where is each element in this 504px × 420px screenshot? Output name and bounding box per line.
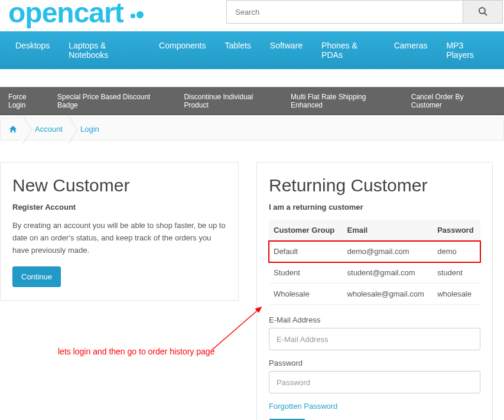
breadcrumb-account[interactable]: Account xyxy=(35,125,63,134)
new-customer-desc: By creating an account you will be able … xyxy=(12,220,226,256)
nav-special-price[interactable]: Special Price Based Discount Badge xyxy=(51,87,178,115)
nav-discontinue[interactable]: Discontinue Individual Product xyxy=(178,87,285,115)
breadcrumb-home[interactable] xyxy=(9,125,17,134)
breadcrumb: Account Login xyxy=(0,118,504,141)
nav-software[interactable]: Software xyxy=(261,31,312,69)
cell-email: wholesale@gmail.com xyxy=(343,284,433,305)
search-input[interactable] xyxy=(226,0,463,24)
nav-phones[interactable]: Phones & PDAs xyxy=(312,31,385,69)
nav-force-login[interactable]: Force Login xyxy=(2,87,51,115)
new-customer-subtitle: Register Account xyxy=(12,203,226,211)
cell-group: Wholesale xyxy=(269,284,343,305)
email-field[interactable] xyxy=(269,328,480,350)
svg-point-0 xyxy=(479,8,485,14)
nav-laptops[interactable]: Laptops & Notebooks xyxy=(59,31,149,69)
secondary-nav: Force Login Special Price Based Discount… xyxy=(0,87,504,115)
cell-group: Default xyxy=(269,241,343,262)
new-customer-panel: New Customer Register Account By creatin… xyxy=(0,162,239,300)
cell-password: wholesale xyxy=(433,284,480,305)
new-customer-title: New Customer xyxy=(12,175,226,196)
cell-email: demo@gmail.com xyxy=(343,241,433,262)
returning-customer-panel: Returning Customer I am a returning cust… xyxy=(256,162,493,420)
breadcrumb-login[interactable]: Login xyxy=(80,125,99,134)
cell-group: Student xyxy=(269,262,343,284)
credentials-table: Customer Group Email Password Default de… xyxy=(269,220,480,305)
search-icon xyxy=(478,6,487,18)
continue-button[interactable]: Continue xyxy=(12,266,61,287)
nav-components[interactable]: Components xyxy=(149,31,215,69)
nav-desktops[interactable]: Desktops xyxy=(6,31,59,69)
nav-mp3[interactable]: MP3 Players xyxy=(437,31,498,69)
cell-password: student xyxy=(433,262,480,284)
nav-multi-flat[interactable]: Multi Flat Rate Shipping Enhanced xyxy=(285,87,405,115)
table-row: Default demo@gmail.com demo xyxy=(269,241,480,262)
primary-nav: Desktops Laptops & Notebooks Components … xyxy=(0,31,504,69)
returning-subtitle: I am a returning customer xyxy=(269,203,480,211)
brand-logo[interactable]: opencart xyxy=(0,0,155,25)
search-bar xyxy=(226,0,504,24)
annotation-text: lets login and then go to order history … xyxy=(58,347,214,356)
nav-cancel-order[interactable]: Cancel Order By Customer xyxy=(405,87,502,115)
th-password: Password xyxy=(433,220,480,241)
svg-line-1 xyxy=(485,13,487,15)
home-icon xyxy=(9,125,17,134)
password-field[interactable] xyxy=(269,371,480,393)
returning-title: Returning Customer xyxy=(269,175,480,196)
brand-logo-text: opencart xyxy=(8,0,123,25)
annotation-arrow-icon xyxy=(207,300,272,361)
search-button[interactable] xyxy=(463,0,503,24)
cell-email: student@gmail.com xyxy=(343,262,433,284)
brand-logo-glyph xyxy=(127,3,147,23)
table-row: Wholesale wholesale@gmail.com wholesale xyxy=(269,284,480,305)
nav-tablets[interactable]: Tablets xyxy=(215,31,260,69)
forgotten-password-link[interactable]: Forgotten Password xyxy=(269,402,337,411)
th-customer-group: Customer Group xyxy=(269,220,343,241)
password-label: Password xyxy=(269,359,480,367)
table-row: Student student@gmail.com student xyxy=(269,262,480,284)
th-email: Email xyxy=(343,220,433,241)
email-label: E-Mail Address xyxy=(269,315,480,324)
cell-password: demo xyxy=(433,241,480,262)
nav-cameras[interactable]: Cameras xyxy=(385,31,437,69)
svg-line-2 xyxy=(212,307,261,350)
